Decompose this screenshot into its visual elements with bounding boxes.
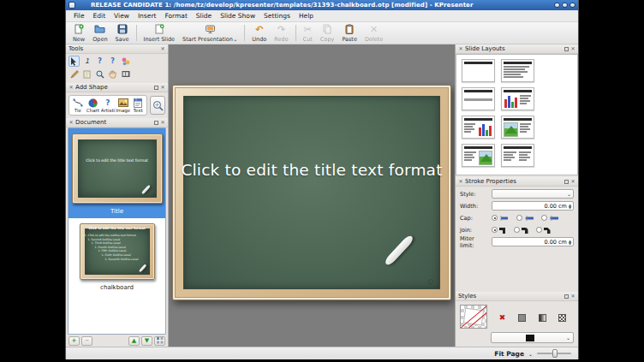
style-color-select[interactable]: ⌄ — [491, 332, 574, 343]
menu-help[interactable]: Help — [295, 11, 318, 21]
menu-insert[interactable]: Insert — [134, 11, 161, 21]
pattern-fill-button[interactable] — [557, 312, 568, 323]
collapse-icon[interactable]: ✕ — [458, 46, 463, 51]
close-panel-icon[interactable]: ✕ — [570, 294, 575, 299]
menu-file[interactable]: File — [69, 11, 89, 21]
float-panel-icon[interactable] — [564, 180, 569, 184]
tools-panel-header[interactable]: Tools ✕ — [66, 45, 168, 54]
float-panel-icon[interactable] — [154, 121, 158, 125]
menu-view[interactable]: View — [110, 11, 134, 21]
menu-slide[interactable]: Slide — [192, 11, 216, 21]
slide-thumbnail-2[interactable]: Click to edit the title text format 1. C… — [69, 218, 165, 294]
slide-layouts-panel-header[interactable]: ✕ Slide Layouts ✕ — [456, 45, 578, 54]
title-bar[interactable]: RELEASE CANDIDATE 1: /home/tz/develop/kp… — [66, 0, 578, 10]
float-panel-icon[interactable] — [564, 294, 569, 299]
zoom-tool[interactable] — [94, 68, 105, 80]
start-presentation-button[interactable]: Start Presentation⌄ — [179, 23, 241, 43]
stroke-style-select[interactable]: ⌄ — [492, 189, 574, 199]
layout-image-text[interactable] — [501, 116, 534, 139]
redo-button[interactable]: ↷ Redo — [271, 23, 291, 43]
title-text-placeholder[interactable]: Click to edit the title text format — [173, 161, 450, 179]
cut-button[interactable]: ✂ Cut — [300, 23, 316, 43]
stroke-properties-panel-header[interactable]: ✕ Stroke Properties ✕ — [456, 177, 578, 187]
styles-panel-header[interactable]: Styles ✕ — [456, 292, 578, 301]
move-slide-down-button[interactable]: ▼ — [141, 336, 152, 346]
float-panel-icon[interactable] — [564, 47, 569, 51]
layout-title-subtitle[interactable] — [462, 87, 495, 110]
chalkboard-slide[interactable]: Click to edit the title text format — [172, 85, 451, 300]
layout-title-content[interactable] — [501, 59, 534, 82]
shape-text[interactable]: T Text — [130, 97, 146, 114]
animation-tool[interactable] — [120, 68, 131, 80]
fill-type-buttons: ✖ — [491, 305, 574, 329]
open-button[interactable]: Open — [89, 23, 110, 43]
move-slide-up-button[interactable]: ▲ — [128, 336, 140, 346]
close-button[interactable] — [569, 3, 575, 8]
note-tool[interactable] — [81, 68, 92, 80]
chalkboard-surface — [183, 96, 440, 289]
maximize-button[interactable] — [562, 3, 568, 8]
add-shape-panel-header[interactable]: ✕ Add Shape ✕ — [66, 83, 168, 92]
layout-two-text[interactable] — [501, 144, 534, 167]
save-button[interactable]: Save — [112, 23, 133, 43]
collapse-icon[interactable]: ✕ — [69, 85, 74, 90]
delete-button[interactable]: ✕ Delete — [361, 23, 386, 43]
float-panel-icon[interactable] — [154, 86, 158, 90]
collapse-icon[interactable]: ✕ — [458, 179, 463, 184]
thumbnail-view-button[interactable] — [154, 336, 165, 346]
stroke-width-spinbox[interactable]: 0.00 cm ▲▼ — [492, 201, 574, 211]
zoom-dropdown-icon[interactable]: ⌄ — [528, 351, 533, 357]
join-round-radio[interactable] — [514, 227, 528, 234]
menu-edit[interactable]: Edit — [89, 11, 110, 21]
shape-chart[interactable]: Chart — [86, 97, 101, 114]
solid-fill-button[interactable] — [516, 312, 528, 323]
collapse-icon[interactable]: ✕ — [69, 120, 74, 125]
unknown-tool-1[interactable]: ? — [94, 56, 105, 67]
menu-settings[interactable]: Settings — [259, 11, 295, 21]
menu-slide-show[interactable]: Slide Show — [216, 11, 259, 21]
layout-text-chart[interactable] — [462, 116, 495, 139]
pen-tool[interactable] — [69, 68, 80, 80]
minimize-button[interactable] — [554, 3, 560, 8]
shape-tie[interactable]: Tie — [70, 97, 86, 114]
connection-tool[interactable] — [120, 56, 131, 67]
close-panel-icon[interactable]: ✕ — [570, 46, 575, 51]
slide-canvas[interactable]: Click to edit the title text format — [169, 45, 455, 347]
shape-image[interactable]: Image — [116, 97, 131, 114]
layout-chart-text[interactable] — [501, 87, 534, 110]
zoom-mode-label[interactable]: Fit Page — [494, 350, 524, 358]
layout-text-image[interactable] — [462, 144, 495, 167]
pan-tool[interactable] — [107, 68, 118, 80]
close-panel-icon[interactable]: ✕ — [570, 179, 575, 184]
gradient-fill-button[interactable] — [537, 312, 548, 323]
insert-slide-button[interactable]: Insert Slide — [140, 23, 179, 43]
menu-format[interactable]: Format — [160, 11, 191, 21]
shape-artistic-text[interactable]: ? Artisti — [100, 97, 116, 114]
join-bevel-radio[interactable] — [536, 227, 551, 234]
cap-flat-radio[interactable] — [492, 215, 509, 221]
close-panel-icon[interactable]: ✕ — [160, 85, 165, 90]
layout-title-only[interactable] — [462, 59, 495, 82]
unknown-tool-2[interactable]: ? — [107, 56, 118, 67]
new-button[interactable]: New — [69, 23, 88, 43]
pin-icon[interactable]: ✕ — [160, 46, 165, 51]
undo-button[interactable]: ↶ Undo — [248, 23, 270, 43]
style-preview-swatch[interactable] — [460, 305, 487, 329]
zoom-slider-thumb[interactable] — [552, 349, 558, 358]
close-panel-icon[interactable]: ✕ — [160, 120, 165, 125]
no-fill-button[interactable]: ✖ — [497, 312, 508, 323]
miter-limit-spinbox[interactable]: 0.00 cm ▲▼ — [492, 237, 574, 246]
cap-square-radio[interactable] — [541, 215, 558, 221]
paste-button[interactable]: Paste — [338, 23, 361, 43]
join-miter-radio[interactable] — [492, 227, 506, 234]
text-tool[interactable]: 1 — [81, 56, 92, 67]
zoom-slider[interactable] — [537, 353, 571, 354]
add-slide-button[interactable]: + — [69, 336, 80, 346]
slide-thumbnail-1[interactable]: Click to edit the title text format Titl… — [69, 128, 165, 218]
document-panel-header[interactable]: ✕ Document ✕ — [66, 118, 168, 128]
select-tool[interactable] — [69, 56, 80, 67]
remove-slide-button[interactable]: − — [81, 336, 92, 346]
cap-round-radio[interactable] — [516, 215, 534, 221]
copy-button[interactable]: Copy — [317, 23, 338, 43]
shape-collection-button[interactable] — [150, 96, 165, 115]
